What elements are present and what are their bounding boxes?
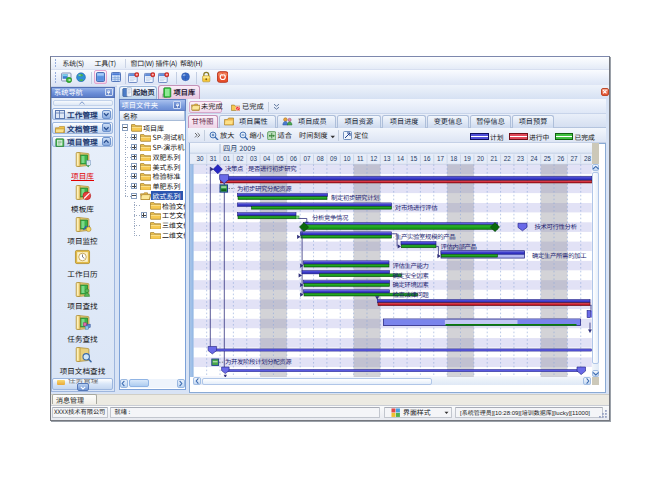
svg-text:04: 04 <box>263 155 270 162</box>
svg-text:确定安全因素: 确定安全因素 <box>392 270 429 279</box>
svg-text:13: 13 <box>383 155 390 162</box>
svg-text:生产实验室规模的产品: 生产实验室规模的产品 <box>394 232 454 241</box>
svg-text:为开发阶段计划分配资源: 为开发阶段计划分配资源 <box>225 357 292 366</box>
svg-text:31: 31 <box>209 155 216 162</box>
svg-text:30: 30 <box>196 155 203 162</box>
svg-text:16: 16 <box>423 155 430 162</box>
svg-text:05: 05 <box>276 155 283 162</box>
svg-text:是否进行初步研究: 是否进行初步研究 <box>248 164 297 173</box>
svg-text:17: 17 <box>436 155 443 162</box>
svg-text:11: 11 <box>357 155 364 162</box>
svg-text:01: 01 <box>223 155 230 162</box>
svg-text:24: 24 <box>530 155 537 162</box>
svg-text:18: 18 <box>450 155 457 162</box>
svg-text:制定初步研究计划: 制定初步研究计划 <box>331 193 379 202</box>
svg-text:23: 23 <box>517 155 524 162</box>
svg-text:评估生产能力: 评估生产能力 <box>392 260 428 269</box>
svg-text:确定生产所需的加工: 确定生产所需的加工 <box>531 251 586 260</box>
svg-text:09: 09 <box>330 155 337 162</box>
svg-text:06: 06 <box>290 155 297 162</box>
svg-text:07: 07 <box>303 155 310 162</box>
svg-text:15: 15 <box>410 155 417 162</box>
svg-text:检查法律问题: 检查法律问题 <box>392 289 429 298</box>
svg-text:02: 02 <box>236 155 243 162</box>
svg-text:确定环境因素: 确定环境因素 <box>392 280 429 289</box>
svg-text:26: 26 <box>557 155 564 162</box>
svg-text:27: 27 <box>570 155 577 162</box>
svg-text:21: 21 <box>490 155 497 162</box>
svg-text:19: 19 <box>463 155 470 162</box>
svg-text:四月 2009: 四月 2009 <box>223 143 255 153</box>
svg-text:08: 08 <box>316 155 323 162</box>
svg-text:评估内部产品: 评估内部产品 <box>440 241 476 250</box>
svg-text:14: 14 <box>396 155 403 162</box>
svg-text:对市场进行评估: 对市场进行评估 <box>393 203 437 212</box>
svg-text:为初步研究分配资源: 为初步研究分配资源 <box>237 183 292 192</box>
svg-text:技术可行性分析: 技术可行性分析 <box>534 222 577 231</box>
svg-text:10: 10 <box>343 155 350 162</box>
svg-text:28: 28 <box>583 155 590 162</box>
svg-text:20: 20 <box>476 155 483 162</box>
svg-text:25: 25 <box>543 155 550 162</box>
svg-text:12: 12 <box>370 155 377 162</box>
svg-text:决策点: 决策点 <box>225 164 244 173</box>
svg-text:22: 22 <box>503 155 510 162</box>
svg-text:03: 03 <box>249 155 256 162</box>
svg-text:分析竞争情况: 分析竞争情况 <box>312 212 349 221</box>
